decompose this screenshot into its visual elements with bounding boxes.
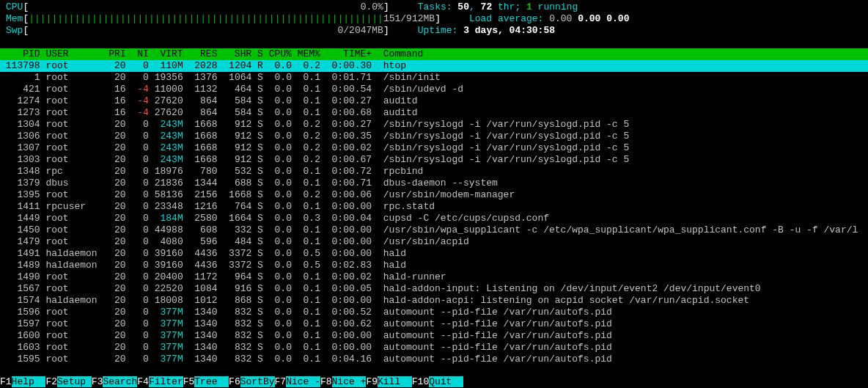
- fkey-f9[interactable]: F9: [366, 376, 378, 387]
- running-count: 1: [526, 1, 532, 12]
- flabel-nice -[interactable]: Nice -: [286, 376, 320, 387]
- table-row[interactable]: 1395 root 20 0 58136 2156 1668 S 0.0 0.2…: [0, 189, 868, 201]
- flabel-sortby[interactable]: SortBy: [240, 376, 275, 387]
- fkey-f8[interactable]: F8: [320, 376, 332, 387]
- table-row[interactable]: 1449 root 20 0 184M 2580 1664 S 0.0 0.3 …: [0, 213, 868, 224]
- table-row[interactable]: 1597 root 20 0 377M 1340 832 S 0.0 0.1 0…: [0, 318, 868, 330]
- load-1: 0.00: [549, 13, 572, 24]
- mem-value: 151/912MB: [383, 13, 435, 24]
- table-row[interactable]: 113798 root 20 0 110M 2028 1204 R 0.0 0.…: [0, 60, 868, 72]
- table-row[interactable]: 1479 root 20 0 4080 596 484 S 0.0 0.1 0:…: [0, 236, 868, 248]
- load-3: 0.00: [606, 13, 629, 24]
- cpu-meter: CPU[ 0.0%] Tasks: 50, 72 thr; 1 running: [6, 1, 868, 13]
- flabel-search[interactable]: Search: [103, 376, 137, 387]
- process-header[interactable]: PID USER PRI NI VIRT RES SHR S CPU% MEM%…: [0, 48, 868, 60]
- swp-value: 0/2047MB: [338, 25, 383, 36]
- table-row[interactable]: 1490 root 20 0 20400 1172 964 S 0.0 0.1 …: [0, 271, 868, 283]
- table-row[interactable]: 421 root 16 -4 11000 1132 464 S 0.0 0.1 …: [0, 84, 868, 95]
- table-row[interactable]: 1595 root 20 0 377M 1340 832 S 0.0 0.1 0…: [0, 354, 868, 365]
- fkey-f10[interactable]: F10: [412, 376, 429, 387]
- load-2: 0.00: [578, 13, 600, 24]
- table-row[interactable]: 1600 root 20 0 377M 1340 832 S 0.0 0.1 0…: [0, 330, 868, 342]
- flabel-help[interactable]: Help: [12, 376, 46, 387]
- threads-count: 72: [481, 1, 493, 12]
- tasks-count: 50: [457, 1, 469, 12]
- load-label: Load average:: [469, 13, 549, 24]
- uptime-value: 3 days, 04:30:58: [463, 25, 555, 36]
- fkey-f7[interactable]: F7: [275, 376, 287, 387]
- flabel-tree[interactable]: Tree: [194, 376, 229, 387]
- table-row[interactable]: 1603 root 20 0 377M 1340 832 S 0.0 0.1 0…: [0, 342, 868, 354]
- mem-label: Mem: [6, 13, 23, 24]
- flabel-filter[interactable]: Filter: [149, 376, 183, 387]
- fkey-f6[interactable]: F6: [229, 376, 240, 387]
- table-row[interactable]: 1489 haldaemon 20 0 39160 4436 3372 S 0.…: [0, 260, 868, 271]
- table-row[interactable]: 1348 rpc 20 0 18976 780 532 S 0.0 0.1 0:…: [0, 166, 868, 177]
- table-row[interactable]: 1307 root 20 0 243M 1668 912 S 0.0 0.2 0…: [0, 142, 868, 154]
- table-row[interactable]: 1567 root 20 0 22520 1084 916 S 0.0 0.1 …: [0, 283, 868, 295]
- table-row[interactable]: 1306 root 20 0 243M 1668 912 S 0.0 0.2 0…: [0, 131, 868, 142]
- flabel-kill[interactable]: Kill: [378, 376, 412, 387]
- swp-meter: Swp[ 0/2047MB] Uptime: 3 days, 04:30:58: [6, 25, 868, 37]
- table-row[interactable]: 1491 haldaemon 20 0 39160 4436 3372 S 0.…: [0, 248, 868, 260]
- table-row[interactable]: 1450 root 20 0 44988 608 332 S 0.0 0.1 0…: [0, 224, 868, 236]
- fkey-f5[interactable]: F5: [183, 376, 195, 387]
- uptime-label: Uptime:: [418, 25, 463, 36]
- table-row[interactable]: 1274 root 16 -4 27620 864 584 S 0.0 0.1 …: [0, 95, 868, 107]
- fkey-f2[interactable]: F2: [45, 376, 57, 387]
- fkey-f1[interactable]: F1: [0, 376, 12, 387]
- process-list[interactable]: 113798 root 20 0 110M 2028 1204 R 0.0 0.…: [0, 60, 868, 365]
- table-row[interactable]: 1 root 20 0 19356 1376 1064 S 0.0 0.1 0:…: [0, 72, 868, 84]
- table-row[interactable]: 1411 rpcuser 20 0 23348 1216 764 S 0.0 0…: [0, 201, 868, 213]
- fkey-f4[interactable]: F4: [137, 376, 149, 387]
- flabel-nice +[interactable]: Nice +: [332, 376, 367, 387]
- table-row[interactable]: 1304 root 20 0 243M 1668 912 S 0.0 0.2 0…: [0, 119, 868, 131]
- mem-meter: Mem[||||||||||||||||||||||||||||||||||||…: [6, 13, 868, 25]
- function-key-bar[interactable]: F1Help F2Setup F3SearchF4FilterF5Tree F6…: [0, 376, 868, 388]
- table-row[interactable]: 1574 haldaemon 20 0 18008 1012 868 S 0.0…: [0, 295, 868, 307]
- meters-area: CPU[ 0.0%] Tasks: 50, 72 thr; 1 running …: [0, 0, 868, 37]
- swp-label: Swp: [6, 25, 23, 36]
- flabel-setup[interactable]: Setup: [57, 376, 92, 387]
- table-row[interactable]: 1596 root 20 0 377M 1340 832 S 0.0 0.1 0…: [0, 307, 868, 318]
- flabel-quit[interactable]: Quit: [429, 376, 463, 387]
- cpu-value: 0.0%: [361, 1, 383, 12]
- fkey-f3[interactable]: F3: [92, 376, 103, 387]
- cpu-label: CPU: [6, 1, 23, 12]
- table-row[interactable]: 1273 root 16 -4 27620 864 584 S 0.0 0.1 …: [0, 107, 868, 119]
- table-row[interactable]: 1303 root 20 0 243M 1668 912 S 0.0 0.2 0…: [0, 154, 868, 166]
- table-row[interactable]: 1379 dbus 20 0 21836 1344 688 S 0.0 0.1 …: [0, 177, 868, 189]
- tasks-label: Tasks:: [418, 1, 458, 12]
